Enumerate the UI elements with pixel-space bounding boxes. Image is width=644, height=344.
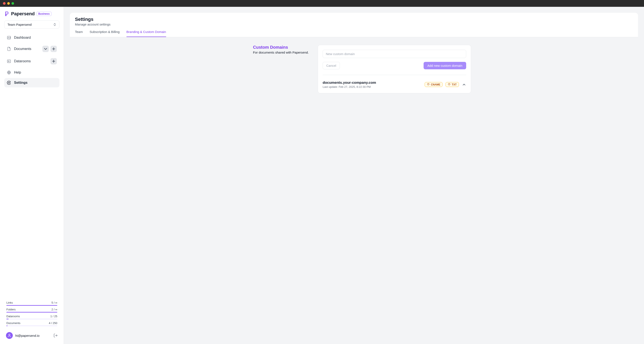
clock-icon: [427, 83, 430, 86]
window-titlebar: [0, 0, 644, 7]
sidebar-item-documents[interactable]: Documents: [4, 43, 60, 55]
svg-point-4: [8, 82, 10, 83]
add-document-button[interactable]: [50, 46, 57, 52]
window-minimize-icon[interactable]: [7, 2, 10, 5]
usage-bar: [6, 305, 57, 306]
tab-branding-custom-domain[interactable]: Branding & Custom Domain: [126, 30, 166, 37]
domain-row: documents.your-company.com Last update: …: [323, 81, 466, 88]
team-selector-label: Team Papersend: [8, 23, 32, 26]
sidebar-nav: Dashboard Documents: [4, 33, 60, 87]
tab-content: Custom Domains For documents shared with…: [70, 37, 638, 153]
sidebar-item-settings[interactable]: Settings: [4, 78, 60, 87]
add-dataroom-button[interactable]: [50, 58, 57, 64]
sidebar-item-datarooms[interactable]: Datarooms: [4, 55, 60, 67]
sidebar-item-label: Documents: [14, 47, 31, 51]
user-email: hi@papersend.io: [15, 334, 51, 338]
section-subtitle: For documents shared with Papersend.: [253, 51, 309, 54]
document-icon: [7, 47, 11, 51]
window-zoom-icon[interactable]: [12, 2, 14, 5]
usage-value: 2 / ∞: [52, 308, 57, 311]
window-close-icon[interactable]: [3, 2, 6, 5]
domain-name: documents.your-company.com: [323, 81, 422, 85]
sidebar-item-label: Datarooms: [14, 59, 31, 63]
sidebar-item-label: Settings: [14, 81, 28, 85]
usage-row-documents: Documents 4 / 250: [6, 322, 57, 326]
team-selector[interactable]: Team Papersend: [4, 20, 60, 29]
dns-badge-cname[interactable]: CNAME: [425, 82, 442, 87]
page-subtitle: Manage account settings: [75, 22, 633, 26]
custom-domain-card: Cancel Add new custom domain documents.y…: [318, 45, 471, 93]
usage-row-links: Links 5 / ∞: [6, 301, 57, 306]
new-domain-input[interactable]: [323, 50, 466, 58]
cancel-button[interactable]: Cancel: [323, 62, 340, 69]
user-row: hi@papersend.io: [4, 331, 60, 340]
usage-bar: [6, 326, 57, 326]
usage-label: Folders: [6, 308, 16, 311]
sidebar-item-label: Dashboard: [14, 36, 31, 39]
usage-label: Documents: [6, 322, 20, 325]
brand-logo-icon: [4, 11, 9, 16]
settings-panel: Settings Manage account settings Team Su…: [70, 13, 638, 153]
sidebar: Papersend Business Team Papersend Dashbo…: [0, 7, 64, 344]
usage-row-folders: Folders 2 / ∞: [6, 308, 57, 313]
svg-point-5: [9, 334, 10, 336]
divider: [323, 75, 466, 75]
sidebar-item-label: Help: [14, 71, 21, 74]
usage-value: 1 / 25: [50, 315, 57, 318]
sidebar-item-help[interactable]: Help: [4, 68, 60, 77]
usage-row-datarooms: Datarooms 1 / 25: [6, 315, 57, 319]
add-domain-button[interactable]: Add new custom domain: [424, 62, 466, 69]
dataroom-icon: [7, 59, 11, 63]
usage-value: 4 / 250: [49, 322, 57, 325]
sidebar-item-dashboard[interactable]: Dashboard: [4, 33, 60, 42]
usage-bar: [6, 319, 57, 319]
tabs: Team Subscription & Billing Branding & C…: [70, 26, 638, 37]
expand-documents-button[interactable]: [42, 46, 49, 52]
logout-button[interactable]: [54, 333, 58, 338]
tab-team[interactable]: Team: [75, 30, 83, 37]
domain-meta: Last update: Feb 27, 2025, 8:22:30 PM: [323, 85, 422, 88]
brand-name: Papersend: [11, 11, 35, 16]
dns-badge-txt[interactable]: TXT: [446, 82, 459, 87]
section-title: Custom Domains: [253, 45, 309, 50]
plan-badge: Business: [36, 12, 52, 16]
chevron-updown-icon: [53, 23, 56, 26]
brand: Papersend Business: [4, 11, 60, 16]
clock-icon: [448, 83, 450, 86]
page-title: Settings: [75, 16, 633, 22]
expand-domain-button[interactable]: [462, 82, 466, 87]
globe-icon: [7, 70, 11, 75]
panel-header: Settings Manage account settings: [70, 13, 638, 26]
usage-meters: Links 5 / ∞ Folders 2 / ∞ Datarooms 1: [4, 301, 60, 326]
chart-icon: [7, 35, 11, 40]
gear-icon: [7, 81, 11, 85]
usage-value: 5 / ∞: [52, 301, 57, 304]
usage-label: Datarooms: [6, 315, 20, 318]
section-header: Custom Domains For documents shared with…: [237, 45, 309, 93]
usage-label: Links: [6, 301, 13, 304]
tab-subscription-billing[interactable]: Subscription & Billing: [90, 30, 120, 37]
main: Settings Manage account settings Team Su…: [64, 7, 644, 344]
svg-point-2: [8, 61, 9, 62]
usage-bar: [6, 312, 57, 313]
avatar-icon[interactable]: [6, 332, 13, 339]
